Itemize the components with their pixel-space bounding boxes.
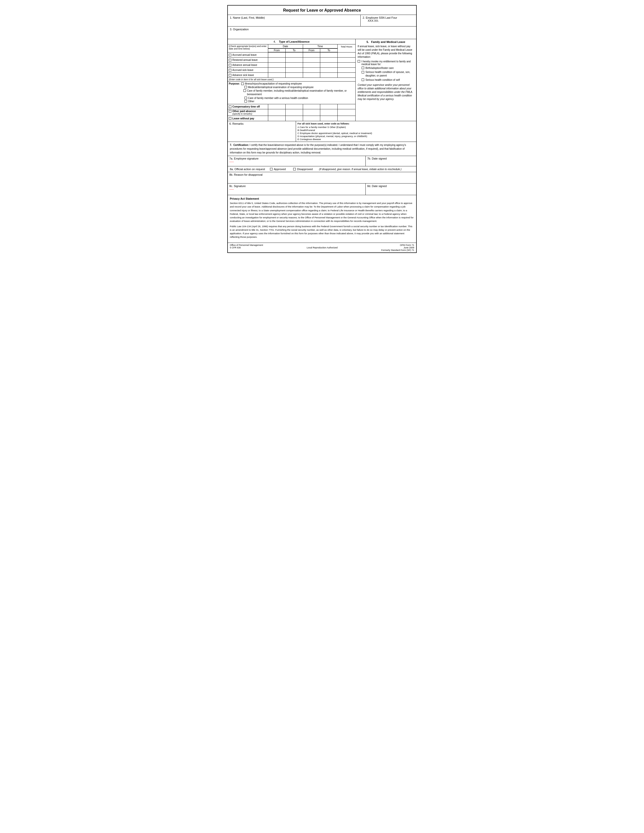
checkbox-fmla-serious-self[interactable]	[362, 79, 364, 81]
comp-date-from[interactable]	[268, 104, 286, 109]
lwop-time-from[interactable]	[303, 116, 320, 121]
lwop-date-from[interactable]	[268, 116, 286, 121]
checkbox-purpose-3[interactable]	[243, 89, 246, 92]
checkbox-purpose-4[interactable]	[245, 96, 247, 99]
leave-label-1: Restored annual leave	[228, 58, 268, 62]
leave-total-2[interactable]	[338, 63, 355, 68]
checkbox-purpose-5[interactable]	[245, 100, 247, 103]
leave-date-to-2[interactable]	[286, 63, 303, 68]
comp-time-from[interactable]	[303, 104, 320, 109]
leave-time-to-4[interactable]	[320, 73, 338, 77]
sick-code-4: E Contagious disease	[298, 138, 415, 141]
leave-row-1: Restored annual leave	[228, 58, 355, 63]
purpose-item-0: Illness/injury/incapacitation of request…	[245, 82, 302, 85]
checkbox-purpose-1[interactable]	[241, 82, 244, 85]
other-paid-total[interactable]	[338, 109, 355, 116]
leave-time-from-3[interactable]	[303, 68, 320, 72]
other-paid-time-from[interactable]	[303, 109, 320, 116]
disapproved-group: Disapproved	[293, 167, 313, 170]
fmla-option-1-row: Serious health condition of spouse, son,…	[362, 71, 414, 77]
fmla-option-0: Birth/adoption/foster care	[365, 67, 394, 69]
sig-underline-7a: ——	[229, 161, 234, 163]
checkbox-restored-annual[interactable]	[229, 59, 231, 61]
fmla-option-2: Serious health condition of self	[365, 79, 400, 81]
leave-date-to-4[interactable]	[286, 73, 303, 77]
checkbox-accrued-annual[interactable]	[229, 54, 231, 56]
leave-time-to-2[interactable]	[320, 63, 338, 68]
section4-title: Type of Leave/Absence	[279, 40, 309, 43]
checkbox-comp-time[interactable]	[229, 106, 231, 108]
leave-date-to-0[interactable]	[286, 53, 303, 57]
checkbox-lwop[interactable]	[229, 117, 231, 120]
total-col-header: Total Hours	[338, 44, 355, 52]
field2-label: 2. Employee SSN Last Four	[363, 16, 414, 19]
checkbox-approved[interactable]	[270, 168, 272, 170]
leave-total-4[interactable]	[338, 73, 355, 77]
privacy-section: Privacy Act Statement Section 6311 of ti…	[228, 195, 416, 243]
leave-date-from-4[interactable]	[268, 73, 286, 77]
leave-time-from-2[interactable]	[303, 63, 320, 68]
footer-right-1: OPM Form 71	[381, 244, 414, 246]
leave-date-to-3[interactable]	[286, 68, 303, 72]
leave-time-to-3[interactable]	[320, 68, 338, 72]
comp-total[interactable]	[338, 104, 355, 109]
checkbox-advance-sick[interactable]	[229, 74, 231, 77]
section-4-5: 4. Type of Leave/Absence (Check appropri…	[228, 39, 416, 121]
comp-date-to[interactable]	[286, 104, 303, 109]
comp-time-to[interactable]	[320, 104, 338, 109]
leave-time-from-1[interactable]	[303, 58, 320, 62]
purpose-item-1-row: Medical/dental/optical examination of re…	[229, 86, 354, 88]
field3-container: 3. Organization	[228, 26, 416, 39]
fmla-entitlement-row: I hereby invoke my entitlement to family…	[357, 60, 414, 66]
section-4-header: 4. Type of Leave/Absence	[228, 39, 355, 44]
leave-total-1[interactable]	[338, 58, 355, 62]
leave-time-to-1[interactable]	[320, 58, 338, 62]
leave-label-3: Accrued sick leave	[228, 68, 268, 72]
lwop-label: Leave without pay	[228, 116, 268, 121]
check-instructions: (Check appropriate box(es) and enter dat…	[228, 44, 268, 52]
checkbox-fmla-serious-family[interactable]	[362, 71, 364, 74]
section-7a: 7a. Employee signature ——	[228, 156, 366, 166]
checkbox-fmla-entitlement[interactable]	[357, 60, 360, 63]
other-paid-date-from[interactable]	[268, 109, 286, 116]
date-subheader: From To	[268, 48, 303, 52]
leave-time-from-0[interactable]	[303, 53, 320, 57]
checkbox-other-paid[interactable]	[229, 110, 231, 113]
other-paid-row: Other paid absence (specify in remarks)	[228, 109, 355, 116]
approved-group: Approved	[270, 167, 286, 170]
footer-left: Office of Personnel Management 5 CFR 630	[230, 244, 263, 251]
leave-time-to-0[interactable]	[320, 53, 338, 57]
leave-date-from-3[interactable]	[268, 68, 286, 72]
other-paid-date-to[interactable]	[286, 109, 303, 116]
purpose-label: Purpose:	[229, 82, 240, 85]
leave-total-0[interactable]	[338, 53, 355, 57]
purpose-item-4: Other	[248, 100, 254, 103]
leave-date-from-1[interactable]	[268, 58, 286, 62]
leave-time-from-4[interactable]	[303, 73, 320, 77]
checkbox-fmla-birth[interactable]	[362, 67, 364, 69]
checkbox-disapproved[interactable]	[293, 168, 296, 170]
section-7a-7b: 7a. Employee signature —— 7b. Date signe…	[228, 156, 416, 166]
lwop-date-to[interactable]	[286, 116, 303, 121]
other-paid-time-to[interactable]	[320, 109, 338, 116]
leave-date-from-0[interactable]	[268, 53, 286, 57]
approved-label: Approved	[274, 167, 286, 170]
lwop-time-to[interactable]	[320, 116, 338, 121]
fmla-intro-text: If annual leave, sick leave, or leave wi…	[357, 45, 414, 59]
section8a-label: 8a. Official action on request	[230, 167, 265, 170]
section8d-label: 8d. Date signed	[367, 185, 415, 188]
section4-label: 4.	[274, 40, 276, 43]
comp-time-row: Compensatory time off	[228, 104, 355, 109]
fmla-entitlement-text: I hereby invoke my entitlement to family…	[361, 60, 414, 66]
form-title: Request for Leave or Approved Absence	[228, 6, 416, 15]
section6-label: 6. Remarks	[229, 122, 294, 125]
leave-date-to-1[interactable]	[286, 58, 303, 62]
section5-header: 5. Family and Medical Leave	[357, 40, 414, 43]
leave-date-from-2[interactable]	[268, 63, 286, 68]
checkbox-accrued-sick[interactable]	[229, 69, 231, 71]
checkbox-purpose-2[interactable]	[245, 86, 247, 88]
leave-total-3[interactable]	[338, 68, 355, 72]
lwop-total[interactable]	[338, 116, 355, 121]
field2-value: XXX-XX-	[363, 19, 414, 22]
checkbox-advance-annual[interactable]	[229, 64, 231, 66]
